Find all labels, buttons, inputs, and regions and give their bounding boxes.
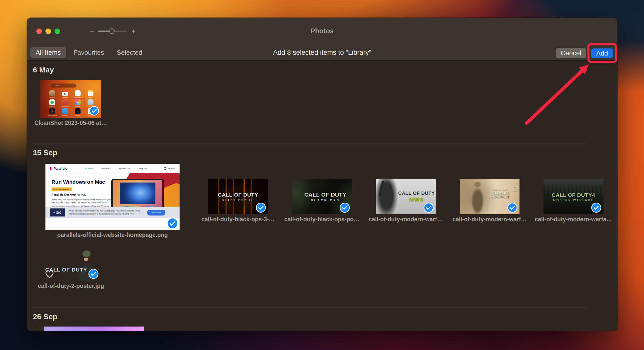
idc-learn-more-graphic: Learn more (147, 210, 165, 216)
photo-item-partial[interactable] (44, 327, 144, 331)
section-divider (32, 144, 586, 144)
photo-caption: call-of-duty-2-poster.jpg (38, 283, 104, 289)
voicememos-app-icon (49, 108, 55, 114)
photo-item-black-ops-3[interactable]: CALL OF DUTY BLACK OPS III call-of-duty-… (208, 179, 268, 223)
thumbnail-mw3[interactable]: CALL OF DUTY MW3 (376, 179, 436, 214)
thumbnail-black-ops-3[interactable]: CALL OF DUTY BLACK OPS III (208, 179, 268, 214)
findmy-app-icon (49, 99, 55, 105)
thumbnail-cleanshot[interactable]: Search Contacts 6Calendar Reminders Note… (40, 80, 101, 118)
photo-item-cod2[interactable]: CALL OF DUTY call-of-duty-2-poster.jpg (41, 247, 101, 289)
titlebar: − + Photos (27, 18, 617, 45)
photos-window: − + Photos All Items Favourites Selected… (27, 18, 617, 331)
screen: { "window": { "title": "Photos", "slider… (0, 0, 644, 350)
selected-checkmark-icon[interactable] (88, 269, 98, 279)
calendar-app-icon: 6 (62, 90, 68, 96)
selected-checkmark-icon[interactable] (507, 203, 517, 213)
photo-caption: call-of-duty-modern-warf… (453, 216, 527, 223)
window-controls (36, 18, 60, 45)
photos-app-icon (75, 99, 81, 105)
stocks-app-icon (75, 108, 81, 114)
idc-logo: ≡IDC (50, 208, 65, 217)
selected-checkmark-icon[interactable] (256, 203, 266, 213)
windows-11-window (120, 182, 155, 204)
tab-all-items[interactable]: All Items (30, 47, 66, 58)
signin-icon (164, 167, 166, 170)
minimize-button[interactable] (45, 29, 51, 34)
slider-track[interactable] (98, 31, 127, 32)
photo-item-black-ops[interactable]: CALL OF DUTY BLACK OPS call-of-duty-blac… (292, 179, 352, 223)
photo-caption: call-of-duty-modern-warf… (369, 216, 443, 223)
contacts-app-icon (49, 90, 55, 96)
thumbnail-partial-purple[interactable] (44, 327, 144, 331)
fullscreen-button[interactable] (55, 29, 60, 34)
photo-caption: parallels-official-website-homepage.png (57, 232, 168, 238)
photo-item-mw2[interactable]: CALL OF DUTY MODERN WARFARE 2 call-of-du… (460, 179, 519, 223)
thumbnail-cod2[interactable]: CALL OF DUTY (41, 247, 101, 281)
thumbnail-black-ops[interactable]: CALL OF DUTY BLACK OPS (292, 179, 352, 214)
search-icon (53, 85, 54, 86)
photo-caption: call-of-duty-modern-warfa… (535, 216, 612, 223)
section-header-15-sep: 15 Sep (33, 148, 57, 157)
photo-item-cod4[interactable]: CALL OF DUTY4 MODERN WARFARE call-of-dut… (543, 179, 603, 223)
thumbnail-cod4[interactable]: CALL OF DUTY4 MODERN WARFARE (543, 179, 603, 214)
selected-checkmark-icon[interactable] (89, 106, 99, 116)
thumbnail-zoom-slider: − + (90, 18, 136, 45)
app-icon-grid: Contacts 6Calendar Reminders Notes Find … (46, 90, 97, 117)
search-field-graphic: Search (51, 84, 76, 88)
selected-checkmark-icon[interactable] (167, 218, 178, 229)
parallels-logo: Parallels (50, 167, 67, 170)
preview-app-icon (88, 99, 93, 105)
tab-selected[interactable]: Selected (111, 47, 147, 58)
section-divider (32, 307, 586, 308)
selected-checkmark-icon[interactable] (340, 203, 350, 213)
photo-caption: CleanShot 2023-05-06 at… (34, 120, 107, 126)
zoom-in-icon[interactable]: + (131, 28, 135, 35)
weather-app-icon (62, 108, 68, 114)
toolbar: All Items Favourites Selected Add 8 sele… (27, 45, 617, 61)
photo-item-mw3[interactable]: CALL OF DUTY MW3 call-of-duty-modern-war… (376, 179, 436, 223)
notes-app-icon (88, 90, 93, 96)
section-header-6-may: 6 May (33, 66, 54, 74)
reminders-app-icon (75, 90, 81, 96)
zoom-out-icon[interactable]: − (90, 28, 94, 35)
favourite-heart-icon[interactable] (45, 270, 54, 278)
thumbnail-mw2[interactable]: CALL OF DUTY MODERN WARFARE 2 (460, 179, 519, 214)
photo-caption: call-of-duty-black-ops-po… (284, 216, 360, 223)
selected-checkmark-icon[interactable] (424, 203, 434, 213)
photo-item-cleanshot[interactable]: Search Contacts 6Calendar Reminders Note… (40, 80, 101, 126)
close-button[interactable] (36, 29, 42, 34)
thumbnail-parallels[interactable]: Parallels Products Partners Resources Su… (45, 164, 180, 230)
cancel-button[interactable]: Cancel (556, 48, 586, 58)
photobooth-app-icon (62, 99, 68, 105)
section-header-26-sep: 26 Sep (33, 312, 57, 321)
filter-tabs: All Items Favourites Selected (30, 45, 147, 60)
photo-item-parallels[interactable]: Parallels Products Partners Resources Su… (45, 164, 180, 238)
selected-checkmark-icon[interactable] (591, 203, 601, 213)
photo-grid: 6 May Search Contacts 6Calendar Reminder… (27, 61, 617, 331)
tab-favourites[interactable]: Favourites (68, 47, 109, 58)
slider-knob[interactable] (109, 28, 115, 34)
photo-caption: call-of-duty-black-ops-3-… (201, 216, 275, 223)
add-button[interactable]: Add (591, 48, 613, 58)
parallels-logo-icon (50, 167, 52, 170)
